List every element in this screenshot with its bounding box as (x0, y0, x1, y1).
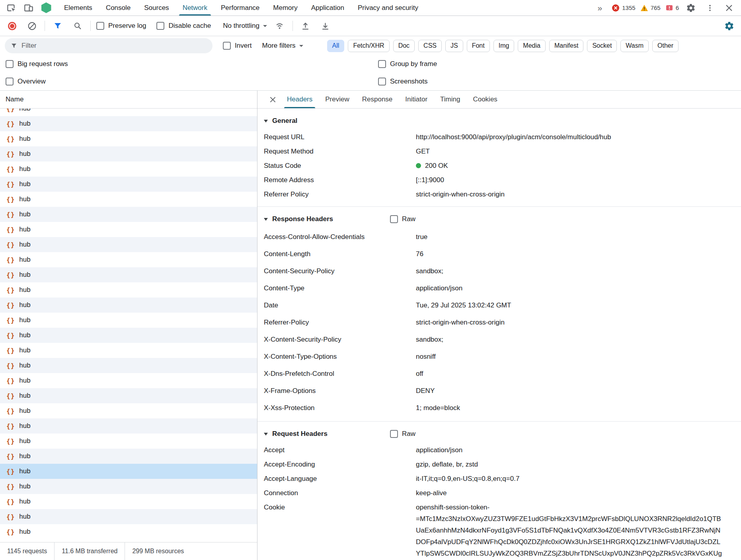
export-har-button[interactable] (318, 19, 333, 33)
request-row[interactable]: hub (0, 479, 257, 494)
search-button[interactable] (70, 19, 85, 33)
filter-chip[interactable]: JS (445, 40, 463, 52)
panel-tab[interactable]: Console (99, 0, 137, 16)
request-row[interactable]: hub (0, 464, 257, 479)
clear-button[interactable] (25, 19, 39, 33)
checkbox-icon[interactable] (6, 78, 14, 86)
detail-tab[interactable]: Initiator (399, 91, 434, 108)
filter-chip[interactable]: Img (493, 40, 515, 52)
issues-count-badge[interactable]: 6 (665, 4, 679, 12)
invert-checkbox[interactable]: Invert (223, 42, 252, 50)
request-row[interactable]: hub (0, 237, 257, 252)
filter-chip[interactable]: Doc (393, 40, 415, 52)
filter-chip[interactable]: Other (652, 40, 679, 52)
request-row[interactable]: hub (0, 524, 257, 539)
inspect-element-button[interactable] (4, 1, 18, 15)
more-filters-select[interactable]: More filters (262, 42, 303, 50)
more-options-button[interactable] (703, 1, 717, 15)
request-row[interactable]: hub (0, 343, 257, 358)
request-raw-toggle[interactable]: Raw (390, 430, 415, 438)
request-row[interactable]: hub (0, 177, 257, 192)
request-row[interactable]: hub (0, 282, 257, 298)
request-row[interactable]: hub (0, 161, 257, 177)
name-column-header[interactable]: Name (0, 91, 257, 109)
request-row[interactable]: hub (0, 509, 257, 524)
group-by-frame-checkbox[interactable]: Group by frame (378, 60, 437, 68)
panel-tab[interactable]: Application (304, 0, 351, 16)
request-row[interactable]: hub (0, 373, 257, 388)
request-row[interactable]: hub (0, 267, 257, 282)
request-row[interactable]: hub (0, 328, 257, 343)
request-row[interactable]: hub (0, 298, 257, 313)
panel-tab[interactable]: Performance (214, 0, 266, 16)
filter-chip[interactable]: Fetch/XHR (348, 40, 389, 52)
request-row[interactable]: hub (0, 403, 257, 418)
import-har-button[interactable] (298, 19, 313, 33)
throttling-select[interactable]: No throttling (223, 22, 267, 30)
request-row[interactable]: hub (0, 207, 257, 222)
filter-chip[interactable]: Manifest (549, 40, 583, 52)
request-row[interactable]: hub (0, 116, 257, 131)
response-headers-section-header[interactable]: Response Headers Raw (257, 210, 741, 228)
detail-tab[interactable]: Preview (319, 91, 355, 108)
screenshots-checkbox[interactable]: Screenshots (378, 78, 428, 86)
panel-tab[interactable]: Memory (266, 0, 304, 16)
preserve-log-checkbox[interactable]: Preserve log (96, 22, 146, 30)
filter-input[interactable] (21, 42, 207, 50)
record-button[interactable] (5, 19, 19, 33)
filter-chip[interactable]: CSS (418, 40, 442, 52)
detail-tab[interactable]: Timing (434, 91, 466, 108)
request-row[interactable]: hub (0, 418, 257, 434)
panel-tab[interactable]: Network (176, 0, 214, 16)
request-row[interactable]: hub (0, 252, 257, 267)
request-row[interactable]: hub (0, 146, 257, 161)
network-settings-button[interactable] (722, 19, 736, 33)
panel-tab[interactable]: Elements (57, 0, 99, 16)
settings-button[interactable] (684, 1, 698, 15)
request-row[interactable]: hub (0, 449, 257, 464)
request-row[interactable]: hub (0, 131, 257, 146)
checkbox-icon[interactable] (390, 430, 398, 438)
request-row[interactable]: hub (0, 494, 257, 509)
close-devtools-button[interactable] (722, 1, 736, 15)
checkbox-icon[interactable] (223, 42, 231, 50)
request-row[interactable]: hub (0, 358, 257, 373)
warning-count-badge[interactable]: 765 (640, 4, 661, 12)
request-row[interactable]: hub (0, 388, 257, 403)
panel-tab[interactable]: Privacy and security (351, 0, 425, 16)
device-toolbar-button[interactable] (21, 1, 36, 15)
error-count-badge[interactable]: 1355 (612, 4, 635, 12)
more-tabs-button[interactable]: » (593, 1, 607, 15)
filter-chip[interactable]: Wasm (620, 40, 649, 52)
checkbox-icon[interactable] (96, 22, 104, 30)
extension-button[interactable] (39, 1, 53, 15)
panel-tab[interactable]: Sources (137, 0, 176, 16)
big-request-rows-checkbox[interactable]: Big request rows (6, 60, 68, 68)
general-section-header[interactable]: General (257, 112, 741, 130)
request-headers-section-header[interactable]: Request Headers Raw (257, 425, 741, 443)
overview-checkbox[interactable]: Overview (6, 78, 46, 86)
request-row[interactable]: hub (0, 434, 257, 449)
checkbox-icon[interactable] (378, 78, 386, 86)
filter-toggle-button[interactable] (51, 19, 65, 33)
checkbox-icon[interactable] (156, 22, 164, 30)
disable-cache-checkbox[interactable]: Disable cache (156, 22, 211, 30)
request-row[interactable]: hub (0, 313, 257, 328)
checkbox-icon[interactable] (378, 60, 386, 68)
request-row[interactable]: hub (0, 192, 257, 207)
request-row[interactable]: hub (0, 109, 257, 116)
header-value-text: true (416, 233, 427, 241)
detail-tab[interactable]: Headers (281, 91, 319, 108)
network-conditions-button[interactable] (273, 19, 287, 33)
filter-chip[interactable]: Media (518, 40, 546, 52)
close-details-button[interactable] (265, 91, 281, 108)
response-raw-toggle[interactable]: Raw (390, 215, 415, 223)
detail-tab[interactable]: Cookies (466, 91, 503, 108)
checkbox-icon[interactable] (6, 60, 14, 68)
filter-chip[interactable]: All (327, 40, 345, 52)
checkbox-icon[interactable] (390, 215, 398, 223)
filter-chip[interactable]: Font (467, 40, 490, 52)
request-row[interactable]: hub (0, 222, 257, 237)
detail-tab[interactable]: Response (356, 91, 399, 108)
filter-chip[interactable]: Socket (587, 40, 617, 52)
